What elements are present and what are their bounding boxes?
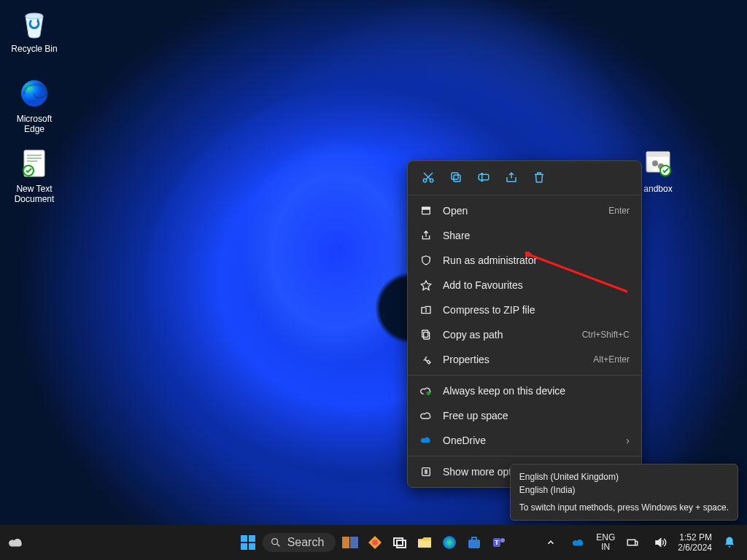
- svg-rect-3: [27, 155, 42, 156]
- context-item-add-favourites[interactable]: Add to Favourites: [408, 273, 641, 298]
- svg-rect-32: [394, 538, 403, 545]
- desktop-icon-label: Recycle Bin: [11, 44, 57, 54]
- svg-rect-34: [418, 540, 431, 548]
- taskbar-app-2[interactable]: [365, 532, 385, 553]
- svg-point-21: [427, 392, 430, 395]
- shield-icon: [419, 254, 433, 267]
- context-item-shortcut: Alt+Enter: [593, 354, 630, 365]
- search-icon: [270, 537, 282, 548]
- microsoft-edge-icon: [17, 76, 52, 111]
- svg-rect-29: [342, 537, 349, 548]
- language-tooltip-hint: To switch input methods, press Windows k…: [519, 501, 729, 514]
- context-item-run-as-admin[interactable]: Run as administrator: [408, 248, 641, 273]
- text-document-icon: [17, 146, 52, 181]
- svg-rect-20: [422, 330, 428, 337]
- desktop-icon-label: Microsoft Edge: [17, 114, 53, 134]
- language-tooltip-line2: English (India): [519, 483, 729, 497]
- svg-rect-26: [241, 543, 247, 550]
- taskbar-store[interactable]: [464, 532, 484, 553]
- delete-icon[interactable]: [532, 170, 546, 184]
- copy-icon[interactable]: [449, 170, 463, 184]
- svg-rect-16: [479, 174, 489, 180]
- desktop-icon-label: andbox: [643, 184, 672, 194]
- desktop-icon-microsoft-edge[interactable]: Microsoft Edge: [7, 76, 62, 134]
- context-item-label: Copy as path: [443, 329, 503, 341]
- share-icon: [419, 229, 433, 242]
- taskbar-edge[interactable]: [439, 532, 460, 553]
- context-item-open[interactable]: Open Enter: [408, 198, 641, 223]
- svg-rect-15: [452, 173, 458, 179]
- cloud-check-icon: [419, 384, 433, 397]
- svg-rect-8: [646, 152, 670, 157]
- desktop-icon-recycle-bin[interactable]: Recycle Bin: [7, 6, 62, 54]
- wrench-icon: [419, 353, 433, 366]
- zip-icon: [419, 303, 433, 316]
- desktop-icon-new-text-document[interactable]: New Text Document: [7, 146, 62, 204]
- svg-point-35: [443, 536, 456, 549]
- rename-icon[interactable]: [476, 170, 491, 184]
- svg-point-31: [372, 540, 378, 545]
- svg-rect-24: [241, 535, 247, 542]
- desktop-icon-label: New Text Document: [15, 184, 55, 204]
- start-button[interactable]: [238, 532, 258, 553]
- svg-rect-14: [454, 175, 460, 182]
- taskbar-search[interactable]: Search: [263, 533, 336, 552]
- context-item-label: Compress to ZIP file: [443, 304, 535, 316]
- separator: [408, 195, 641, 195]
- separator: [408, 456, 641, 456]
- svg-point-38: [500, 538, 505, 542]
- context-item-compress-zip[interactable]: Compress to ZIP file: [408, 298, 641, 322]
- context-item-copy-as-path[interactable]: Copy as path Ctrl+Shift+C: [408, 322, 641, 347]
- svg-rect-5: [27, 160, 37, 162]
- context-item-label: OneDrive: [443, 435, 486, 446]
- taskbar-app-1[interactable]: [340, 532, 360, 553]
- cut-icon[interactable]: [421, 170, 436, 184]
- taskbar-teams[interactable]: T: [489, 532, 509, 553]
- svg-rect-30: [350, 537, 358, 548]
- context-item-label: Run as administrator: [443, 254, 537, 266]
- context-item-label: Free up space: [443, 410, 508, 421]
- context-item-label: Always keep on this device: [443, 385, 565, 397]
- svg-rect-36: [468, 540, 480, 548]
- context-item-label: Properties: [443, 354, 489, 365]
- context-item-shortcut: Ctrl+Shift+C: [582, 330, 630, 340]
- taskbar-file-explorer[interactable]: [414, 532, 435, 553]
- svg-rect-18: [422, 207, 430, 209]
- context-item-free-up-space[interactable]: Free up space: [408, 403, 641, 428]
- context-item-label: Share: [443, 230, 470, 241]
- recycle-bin-icon: [17, 6, 52, 41]
- taskbar: Search T ENG IN 1:52 PM 2/6/2024: [0, 525, 747, 560]
- language-tooltip: English (United Kingdom) English (India)…: [510, 464, 738, 521]
- context-item-share[interactable]: Share: [408, 223, 641, 248]
- context-item-label: Add to Favourites: [443, 279, 523, 291]
- svg-rect-4: [27, 158, 42, 159]
- context-menu-top-row: [408, 161, 641, 192]
- svg-text:T: T: [495, 539, 500, 546]
- svg-rect-33: [397, 540, 406, 548]
- open-icon: [419, 204, 433, 217]
- svg-rect-27: [249, 543, 255, 550]
- star-icon: [419, 279, 433, 292]
- context-item-always-on-device[interactable]: Always keep on this device: [408, 378, 641, 403]
- onedrive-icon: [419, 434, 433, 447]
- svg-point-9: [652, 160, 658, 166]
- context-item-label: Open: [443, 205, 468, 217]
- sandbox-icon: [640, 146, 676, 181]
- context-menu: Open Enter Share Run as administrator Ad…: [407, 160, 642, 488]
- chevron-right-icon: ›: [626, 435, 630, 446]
- svg-rect-19: [424, 332, 430, 339]
- svg-rect-25: [249, 535, 255, 542]
- svg-point-0: [26, 13, 43, 19]
- context-item-properties[interactable]: Properties Alt+Enter: [408, 347, 641, 372]
- language-tooltip-line1: English (United Kingdom): [519, 470, 729, 483]
- svg-point-28: [271, 539, 277, 545]
- copy-path-icon: [419, 328, 433, 341]
- taskbar-search-placeholder: Search: [287, 536, 325, 549]
- separator: [408, 375, 641, 376]
- taskbar-task-view[interactable]: [390, 532, 410, 553]
- cloud-icon: [419, 409, 433, 422]
- more-options-icon: [419, 465, 433, 478]
- context-item-onedrive[interactable]: OneDrive ›: [408, 428, 641, 453]
- context-item-shortcut: Enter: [608, 206, 630, 216]
- share-top-icon[interactable]: [504, 170, 519, 184]
